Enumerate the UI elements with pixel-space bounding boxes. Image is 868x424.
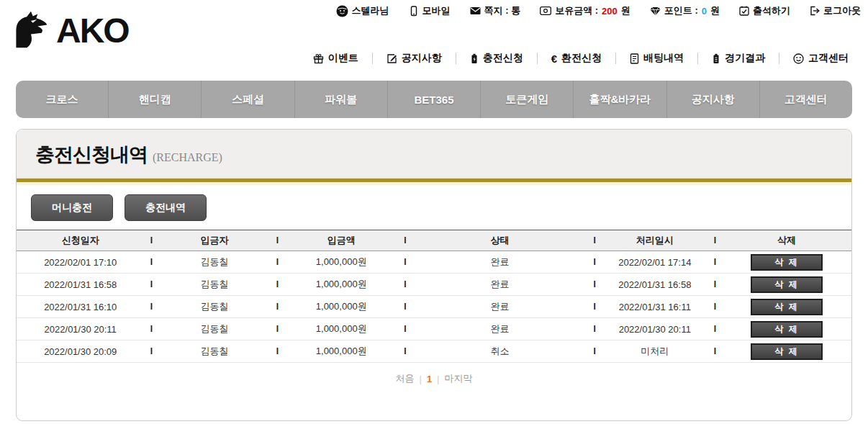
pagination-page-1[interactable]: 1 [427, 374, 432, 384]
delete-button[interactable]: 삭 제 [751, 321, 823, 338]
column-separator: I [398, 257, 412, 267]
avatar-icon [336, 5, 348, 17]
cell-amount: 1,000,000원 [284, 278, 398, 291]
recharge-icon [470, 53, 479, 64]
column-separator: I [707, 302, 722, 312]
table-header-row: 신청일자 I 입금자 I 입금액 I 상태 I 처리일시 I 삭제 [17, 230, 851, 251]
column-separator: I [707, 324, 722, 334]
column-separator: I [144, 346, 158, 356]
cell-amount: 1,000,000원 [284, 256, 398, 269]
column-separator: I [398, 346, 412, 356]
recharge-history-card: 충전신청내역 (RECHARGE) 머니충전 충전내역 신청일자 I 입금자 I… [16, 129, 852, 421]
recharge-history-button[interactable]: 충전내역 [125, 194, 207, 221]
money-recharge-button[interactable]: 머니충전 [31, 194, 113, 221]
delete-button[interactable]: 삭 제 [751, 276, 823, 293]
quicknav-events[interactable]: 이벤트 [299, 52, 372, 65]
cell-amount: 1,000,000원 [284, 300, 398, 313]
balance-display[interactable]: 보유금액 : 200원 [540, 4, 630, 17]
quicknav-notice[interactable]: 공지사항 [373, 52, 456, 65]
column-separator: I [271, 346, 285, 356]
nav-cross[interactable]: 크로스 [16, 81, 108, 118]
logout-label: 로그아웃 [823, 4, 861, 17]
euro-icon: € [551, 53, 557, 65]
quicknav-label: 고객센터 [808, 52, 849, 65]
column-separator: I [398, 279, 412, 289]
cell-status: 취소 [412, 345, 588, 358]
cell-processed: 2022/01/30 20:11 [602, 324, 707, 335]
cell-amount: 1,000,000원 [284, 322, 398, 335]
column-separator: I [398, 324, 412, 334]
table-row: 2022/01/31 16:58 I 김동칠 I 1,000,000원 I 완료… [17, 274, 851, 296]
brand-logo[interactable]: AKO [10, 10, 129, 50]
document-icon [630, 53, 639, 64]
table-row: 2022/01/31 16:10 I 김동칠 I 1,000,000원 I 완료… [17, 296, 851, 318]
nav-token-game[interactable]: 토큰게임 [480, 81, 573, 118]
column-separator: I [587, 346, 602, 356]
nav-powerball[interactable]: 파워볼 [294, 81, 387, 118]
nav-bet365[interactable]: BET365 [387, 81, 480, 118]
points-value: 0 [702, 6, 707, 17]
cell-depositor: 김동칠 [158, 345, 270, 358]
cell-date: 2022/01/30 20:09 [17, 346, 144, 357]
logout-link[interactable]: 로그아웃 [810, 4, 861, 17]
nav-odd-even-baccarat[interactable]: 홀짝&바카라 [573, 81, 666, 118]
gem-icon [650, 6, 661, 16]
quicknav-support[interactable]: 고객센터 [779, 52, 862, 65]
balance-label: 보유금액 : [555, 4, 598, 17]
mobile-label: 모바일 [422, 4, 451, 17]
brand-name: AKO [56, 11, 129, 50]
message-link[interactable]: 쪽지 : 통 [470, 4, 521, 17]
cell-status: 완료 [412, 278, 588, 291]
results-icon [712, 53, 720, 64]
attendance-link[interactable]: 출석하기 [739, 4, 790, 17]
nav-support[interactable]: 고객센터 [759, 81, 852, 118]
column-separator: I [271, 257, 285, 267]
header-amount: 입금액 [284, 234, 398, 247]
header-depositor: 입금자 [158, 234, 270, 247]
delete-button[interactable]: 삭 제 [751, 254, 823, 271]
cell-depositor: 김동칠 [158, 322, 270, 335]
points-label: 포인트 : [664, 4, 698, 17]
pagination-last[interactable]: 마지막 [445, 372, 473, 385]
username: 스텔라님 [352, 4, 389, 17]
money-icon [540, 6, 551, 15]
cell-amount: 1,000,000원 [284, 345, 398, 358]
page-title-bar: 충전신청내역 (RECHARGE) [17, 130, 851, 179]
quicknav-label: 이벤트 [328, 52, 358, 65]
points-display[interactable]: 포인트 : 0원 [650, 4, 720, 17]
nav-notice[interactable]: 공지사항 [666, 81, 759, 118]
mobile-icon [409, 6, 419, 17]
quicknav-betting-history[interactable]: 배팅내역 [616, 52, 697, 65]
column-separator: I [707, 235, 722, 245]
column-separator: I [144, 235, 158, 245]
cell-depositor: 김동칠 [158, 256, 270, 269]
column-separator: I [707, 279, 722, 289]
topbar: 스텔라님 모바일 쪽지 : 통 [336, 4, 861, 17]
pagination-first[interactable]: 처음 [395, 372, 414, 385]
mobile-link[interactable]: 모바일 [409, 4, 451, 17]
cell-status: 완료 [412, 256, 588, 269]
cell-processed: 미처리 [602, 345, 707, 358]
delete-button[interactable]: 삭 제 [751, 299, 823, 315]
nav-special[interactable]: 스페셜 [201, 81, 294, 118]
quicknav-exchange[interactable]: € 환전신청 [538, 52, 615, 65]
pagination: 처음 | 1 | 마지막 [17, 372, 851, 385]
cell-processed: 2022/02/01 17:14 [602, 257, 707, 268]
column-separator: I [144, 302, 158, 312]
user-menu[interactable]: 스텔라님 [336, 4, 389, 17]
cell-status: 완료 [412, 300, 588, 313]
nav-handicap[interactable]: 핸디캡 [108, 81, 201, 118]
quicknav-recharge[interactable]: 충전신청 [456, 52, 537, 65]
site-header: AKO 스텔라님 모바일 [0, 0, 868, 81]
cell-processed: 2022/01/31 16:11 [602, 302, 707, 312]
quicknav-results[interactable]: 경기결과 [698, 52, 779, 65]
balance-value: 200 [602, 6, 618, 17]
column-separator: I [587, 302, 602, 312]
header-date: 신청일자 [17, 234, 144, 247]
page-title: 충전신청내역 [35, 142, 148, 168]
delete-button[interactable]: 삭 제 [751, 343, 823, 360]
column-separator: I [587, 279, 602, 289]
quicknav-label: 환전신청 [561, 52, 602, 65]
cell-depositor: 김동칠 [158, 300, 270, 313]
column-separator: I [587, 257, 602, 267]
